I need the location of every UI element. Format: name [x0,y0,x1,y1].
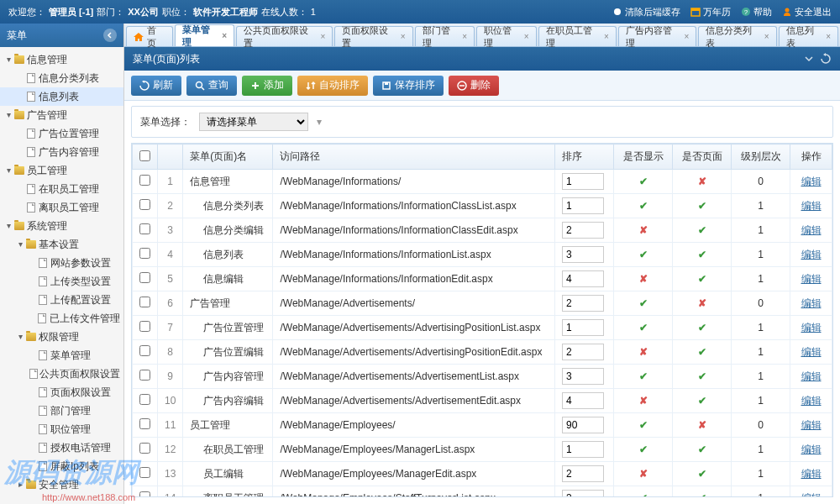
tree-node[interactable]: ▾系统管理 [0,217,123,235]
edit-link[interactable]: 编辑 [801,444,822,455]
tab[interactable]: 公共页面权限设置× [236,26,333,46]
tree-node[interactable]: 在职员工管理 [0,180,123,198]
tree-node[interactable]: 上传配置设置 [0,291,123,309]
tree-node[interactable]: 广告位置管理 [0,124,123,143]
edit-link[interactable]: 编辑 [801,322,822,333]
sort-input[interactable] [562,222,604,239]
tree-toggle-icon[interactable]: ▾ [15,237,25,252]
row-checkbox[interactable] [139,223,150,234]
row-checkbox[interactable] [139,297,150,307]
tree-toggle-icon[interactable]: ▸ [15,477,25,492]
tree-node[interactable]: 部门管理 [0,402,123,420]
tree-node[interactable]: 页面权限设置 [0,383,123,402]
col-name[interactable]: 菜单(页面)名 [183,144,273,170]
add-button[interactable]: 添加 [242,76,292,96]
tab[interactable]: 广告内容管理× [618,26,696,46]
sort-input[interactable] [562,417,604,433]
tree-node[interactable]: ▸安全管理 [0,475,123,494]
tab-close-icon[interactable]: × [462,32,467,41]
tree-node[interactable]: 菜单管理 [0,346,123,365]
tree-node[interactable]: 离职员工管理 [0,198,123,217]
panel-refresh-icon[interactable] [820,53,832,65]
row-checkbox[interactable] [139,175,150,186]
edit-link[interactable]: 编辑 [801,200,822,212]
edit-link[interactable]: 编辑 [801,346,822,358]
col-op[interactable]: 操作 [790,144,832,170]
row-checkbox[interactable] [139,321,150,332]
edit-link[interactable]: 编辑 [801,249,822,260]
tab-close-icon[interactable]: × [401,32,406,41]
tree-toggle-icon[interactable]: ▾ [3,163,13,178]
row-checkbox[interactable] [139,199,150,210]
edit-link[interactable]: 编辑 [801,468,822,480]
tree-node[interactable]: ▾信息管理 [0,50,123,69]
tree-node[interactable]: ▾广告管理 [0,106,123,124]
row-checkbox[interactable] [139,248,150,259]
sort-input[interactable] [562,490,604,497]
tree-node[interactable]: 职位管理 [0,420,123,438]
sort-input[interactable] [562,392,604,409]
tab[interactable]: 信息分类列表× [698,26,776,46]
tree-node[interactable]: 上传类型设置 [0,272,123,291]
refresh-button[interactable]: 刷新 [131,76,181,96]
sort-input[interactable] [562,246,604,263]
tree-node[interactable]: 信息列表 [0,87,123,106]
tree-toggle-icon[interactable]: ▾ [3,108,13,123]
sort-input[interactable] [562,465,604,482]
edit-link[interactable]: 编辑 [801,224,822,236]
sort-input[interactable] [562,270,604,287]
tab[interactable]: 信息列表× [779,26,838,46]
edit-link[interactable]: 编辑 [801,492,822,498]
logout-button[interactable]: 安全退出 [782,6,832,18]
tree-node[interactable]: ▾员工管理 [0,161,123,180]
tree-node[interactable]: 网站参数设置 [0,254,123,272]
data-table-wrap[interactable]: 菜单(页面)名 访问路径 排序 是否显示 是否页面 级别层次 操作 1信息管理/… [131,143,833,497]
row-checkbox[interactable] [139,345,150,356]
select-all-checkbox[interactable] [139,150,150,161]
search-button[interactable]: 查询 [186,76,237,96]
tab[interactable]: 菜单管理× [175,24,234,46]
col-show[interactable]: 是否显示 [614,144,673,170]
row-checkbox[interactable] [139,370,150,381]
tab-close-icon[interactable]: × [321,32,326,41]
savesort-button[interactable]: 保存排序 [373,76,444,96]
sort-input[interactable] [562,344,604,360]
tab[interactable]: 首页 [126,26,173,46]
sort-input[interactable] [562,295,604,312]
calendar-button[interactable]: 万年历 [690,6,731,18]
tree-node[interactable]: ▾权限管理 [0,328,123,346]
tab[interactable]: 部门管理× [415,26,475,46]
tab-close-icon[interactable]: × [222,31,227,40]
row-checkbox[interactable] [139,491,150,497]
row-checkbox[interactable] [139,418,150,429]
sort-input[interactable] [562,173,604,190]
tab[interactable]: 职位管理× [476,26,536,46]
sort-input[interactable] [562,197,604,214]
delete-button[interactable]: 删除 [449,76,499,96]
tab-close-icon[interactable]: × [524,32,529,41]
row-checkbox[interactable] [139,467,150,478]
sort-input[interactable] [562,368,604,385]
col-path[interactable]: 访问路径 [273,144,555,170]
tab-close-icon[interactable]: × [684,32,689,41]
edit-link[interactable]: 编辑 [801,370,822,382]
tree-toggle-icon[interactable]: ▾ [3,218,13,234]
tab-close-icon[interactable]: × [764,32,769,41]
sort-input[interactable] [562,441,604,458]
col-ispage[interactable]: 是否页面 [673,144,732,170]
row-checkbox[interactable] [139,443,150,454]
col-level[interactable]: 级别层次 [732,144,790,170]
autosort-button[interactable]: 自动排序 [297,76,368,96]
tree-node[interactable]: 信息分类列表 [0,69,123,87]
tree-node[interactable]: ▾基本设置 [0,235,123,254]
tree-node[interactable]: 屏蔽Ip列表 [0,457,123,475]
edit-link[interactable]: 编辑 [801,273,822,285]
tree-node[interactable]: 广告内容管理 [0,143,123,161]
tab-close-icon[interactable]: × [826,32,831,41]
tree-node[interactable]: 已上传文件管理 [0,309,123,328]
tree-toggle-icon[interactable]: ▾ [3,52,13,67]
sidebar-collapse-button[interactable] [103,29,117,42]
tree-toggle-icon[interactable]: ▾ [15,329,25,344]
panel-collapse-icon[interactable] [803,53,815,65]
sort-input[interactable] [562,319,604,336]
